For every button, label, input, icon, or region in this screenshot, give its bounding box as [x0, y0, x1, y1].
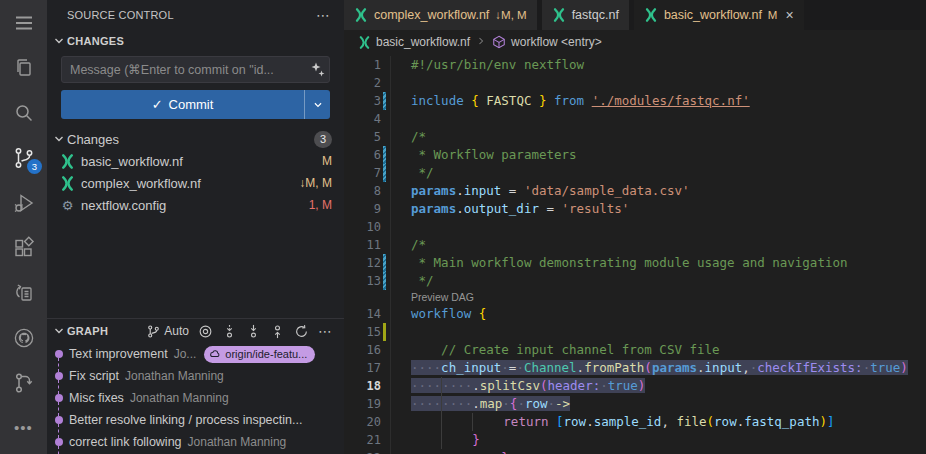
line-number: 18	[344, 377, 381, 395]
code-line[interactable]: 5/*	[344, 128, 926, 146]
commit-message-input[interactable]	[61, 56, 330, 83]
push-icon[interactable]	[270, 324, 285, 339]
commit-author: Jonathan Manning	[130, 391, 229, 405]
code-line[interactable]: 6 * Workflow parameters	[344, 146, 926, 164]
commit-message: Misc fixes	[69, 391, 124, 405]
commit-graph-rail	[47, 365, 69, 387]
code-line[interactable]: 4	[344, 110, 926, 128]
search-icon[interactable]	[0, 90, 47, 135]
commit-message: correct link following	[69, 435, 182, 449]
repo-auto-picker[interactable]: Auto	[146, 324, 189, 339]
commit-row[interactable]: Text improvementJo...origin/ide-featu...	[47, 343, 344, 365]
tab-decoration: ↓M, M	[495, 9, 526, 21]
file-row-basic_workflow.nf[interactable]: basic_workflow.nfM	[47, 150, 344, 172]
code-line[interactable]: 17····ch_input·=·Channel.fromPath(params…	[344, 359, 926, 377]
line-number: 20	[344, 413, 381, 431]
code-line[interactable]: 10	[344, 218, 926, 236]
code-line[interactable]: 20 return [row.sample_id, file(row.fastq…	[344, 413, 926, 431]
tab-fastqc.nf[interactable]: fastqc.nf	[542, 0, 629, 30]
more-actions-icon[interactable]: •••	[0, 405, 47, 450]
nextflow-file-icon	[354, 8, 368, 22]
code-line[interactable]: 21 }	[344, 431, 926, 449]
fetch-icon[interactable]	[222, 324, 237, 339]
close-icon[interactable]: ×	[785, 8, 793, 22]
commit-row[interactable]: Fix scriptJonathan Manning	[47, 365, 344, 387]
nextflow-file-icon	[644, 8, 658, 22]
code-line-content: ····ch_input·=·Channel.fromPath(params.i…	[391, 359, 926, 377]
menu-icon[interactable]	[0, 0, 47, 45]
changes-tree-header[interactable]: Changes 3	[47, 128, 344, 150]
code-line[interactable]: 1#!/usr/bin/env nextflow	[344, 56, 926, 74]
code-line[interactable]: 14workflow {	[344, 305, 926, 323]
commit-author: Jonathan Manning	[125, 369, 224, 383]
scm-count-badge: 3	[27, 159, 42, 174]
code-line-content	[391, 323, 926, 341]
code-line[interactable]: 19········.map·{·row·->	[344, 395, 926, 413]
chevron-down-icon	[51, 33, 67, 49]
sidebar-more-icon[interactable]: ⋯	[316, 7, 332, 23]
line-number: 11	[344, 236, 381, 254]
commit-author: Jo...	[174, 347, 197, 361]
commit-row[interactable]: correct link followingJonathan Manning	[47, 431, 344, 453]
selection-highlight: ····ch_input·=·Channel.fromPath(params.i…	[411, 360, 908, 375]
file-row-complex_workflow.nf[interactable]: complex_workflow.nf↓M, M	[47, 172, 344, 194]
line-number: 3	[344, 92, 381, 110]
line-number: 19	[344, 395, 381, 413]
code-line[interactable]: 13 */	[344, 272, 926, 290]
symbol-cube-icon	[492, 35, 506, 49]
code-line[interactable]: 8params.input = 'data/sample_data.csv'	[344, 182, 926, 200]
code-line[interactable]: 3include { FASTQC } from './modules/fast…	[344, 92, 926, 110]
commit-dropdown-button[interactable]	[304, 90, 330, 119]
code-line-content: /*	[391, 128, 926, 146]
file-name: nextflow.config	[81, 198, 309, 213]
tab-decoration: M	[768, 9, 778, 21]
branch-ref-badge: origin/ide-featu...	[204, 346, 315, 363]
changes-tree-label: Changes	[67, 132, 314, 147]
pull-icon[interactable]	[246, 324, 261, 339]
file-row-nextflow.config[interactable]: ⚙nextflow.config1, M	[47, 194, 344, 216]
code-line[interactable]: 9params.output_dir = 'results'	[344, 200, 926, 218]
explorer-icon[interactable]	[0, 45, 47, 90]
tab-label: fastqc.nf	[572, 8, 619, 22]
code-line[interactable]: 16 // Create input channel from CSV file	[344, 341, 926, 359]
commit-graph-line	[58, 446, 59, 454]
git-graph-icon[interactable]	[0, 360, 47, 405]
file-decoration: ↓M, M	[299, 176, 332, 190]
graph-section: GRAPH Auto ⋯ Text improvementJo...origin…	[47, 318, 344, 453]
codelens-preview-dag[interactable]: Preview DAG	[391, 290, 474, 305]
commit-row[interactable]: Misc fixesJonathan Manning	[47, 387, 344, 409]
selection-highlight: ········.splitCsv(header:·true)	[411, 378, 645, 393]
code-area[interactable]: 1#!/usr/bin/env nextflow23include { FAST…	[344, 56, 926, 454]
code-line[interactable]: 22 }	[344, 449, 926, 454]
target-icon[interactable]	[198, 324, 213, 339]
refresh-icon[interactable]	[294, 324, 309, 339]
code-line-content: params.output_dir = 'results'	[391, 200, 926, 218]
activity-bar: 3 •••	[0, 0, 47, 454]
breadcrumb-symbol[interactable]: workflow <entry>	[492, 35, 602, 49]
doc-sync-icon[interactable]	[0, 270, 47, 315]
selection-highlight: ········.map·{·row·->	[411, 396, 570, 411]
changes-section-header[interactable]: CHANGES	[47, 30, 344, 52]
extensions-icon[interactable]	[0, 225, 47, 270]
code-line[interactable]: 11/*	[344, 236, 926, 254]
run-debug-icon[interactable]	[0, 180, 47, 225]
code-line[interactable]: 15	[344, 323, 926, 341]
breadcrumb: basic_workflow.nf workflow <entry>	[344, 30, 926, 54]
source-control-icon[interactable]: 3	[0, 135, 47, 180]
nextflow-icon	[60, 154, 75, 169]
tab-complex_workflow.nf[interactable]: complex_workflow.nf↓M, M	[344, 0, 537, 30]
commit-row[interactable]: Better resolve linking / process inspect…	[47, 409, 344, 431]
line-number: 16	[344, 341, 381, 359]
sidebar-title: SOURCE CONTROL	[67, 9, 316, 21]
code-line[interactable]: 12 * Main workflow demonstrating module …	[344, 254, 926, 272]
code-line[interactable]: 18········.splitCsv(header:·true)	[344, 377, 926, 395]
breadcrumb-file[interactable]: basic_workflow.nf	[358, 35, 470, 49]
commit-button[interactable]: ✓ Commit	[61, 90, 330, 119]
graph-more-icon[interactable]: ⋯	[318, 323, 334, 339]
tab-basic_workflow.nf[interactable]: basic_workflow.nfM×	[634, 0, 804, 30]
code-line[interactable]: 2	[344, 74, 926, 92]
sparkle-icon[interactable]	[309, 61, 326, 78]
github-icon[interactable]	[0, 315, 47, 360]
line-number: 9	[344, 200, 381, 218]
code-line[interactable]: 7 */	[344, 164, 926, 182]
